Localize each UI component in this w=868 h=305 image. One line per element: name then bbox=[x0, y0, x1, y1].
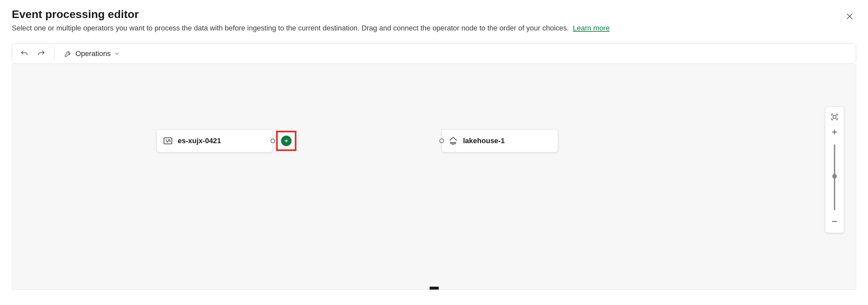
toolbar: Operations bbox=[12, 43, 856, 64]
zoom-slider[interactable] bbox=[834, 144, 835, 210]
add-operator-button[interactable] bbox=[281, 136, 291, 146]
destination-node-label: lakehouse-1 bbox=[463, 137, 505, 145]
redo-icon bbox=[37, 49, 45, 58]
close-button[interactable] bbox=[843, 10, 856, 24]
destination-node[interactable]: lakehouse-1 bbox=[442, 129, 558, 152]
undo-icon bbox=[20, 49, 29, 58]
wrench-icon bbox=[64, 49, 72, 58]
redo-button[interactable] bbox=[35, 47, 48, 60]
zoom-out-button[interactable] bbox=[828, 214, 841, 229]
fit-to-screen-button[interactable] bbox=[828, 110, 841, 125]
input-port[interactable] bbox=[439, 139, 444, 143]
fit-icon bbox=[830, 113, 839, 121]
learn-more-link[interactable]: Learn more bbox=[573, 24, 610, 32]
plus-icon bbox=[830, 128, 839, 136]
operations-dropdown[interactable]: Operations bbox=[61, 47, 123, 60]
source-node-label: es-xujx-0421 bbox=[178, 137, 221, 145]
zoom-controls bbox=[825, 106, 844, 233]
minimap-toggle[interactable] bbox=[430, 287, 439, 290]
output-port[interactable] bbox=[271, 139, 275, 143]
svg-rect-1 bbox=[833, 116, 836, 118]
eventstream-icon bbox=[163, 136, 173, 146]
close-icon bbox=[845, 12, 854, 21]
lakehouse-icon bbox=[448, 136, 459, 146]
chevron-down-icon bbox=[114, 51, 120, 57]
svg-rect-0 bbox=[164, 138, 172, 144]
toolbar-divider bbox=[54, 47, 55, 60]
zoom-in-button[interactable] bbox=[828, 125, 841, 140]
source-node[interactable]: es-xujx-0421 bbox=[156, 129, 273, 152]
add-operator-highlight bbox=[276, 131, 297, 151]
subtitle-text: Select one or multiple operators you wan… bbox=[12, 24, 569, 32]
page-subtitle: Select one or multiple operators you wan… bbox=[12, 24, 843, 32]
operations-label: Operations bbox=[75, 49, 111, 58]
zoom-slider-handle[interactable] bbox=[832, 174, 837, 178]
minus-icon bbox=[830, 217, 839, 226]
undo-button[interactable] bbox=[18, 47, 31, 60]
plus-icon bbox=[283, 138, 289, 144]
page-title: Event processing editor bbox=[12, 8, 843, 21]
canvas[interactable]: es-xujx-0421 lakehouse-1 bbox=[12, 64, 856, 290]
